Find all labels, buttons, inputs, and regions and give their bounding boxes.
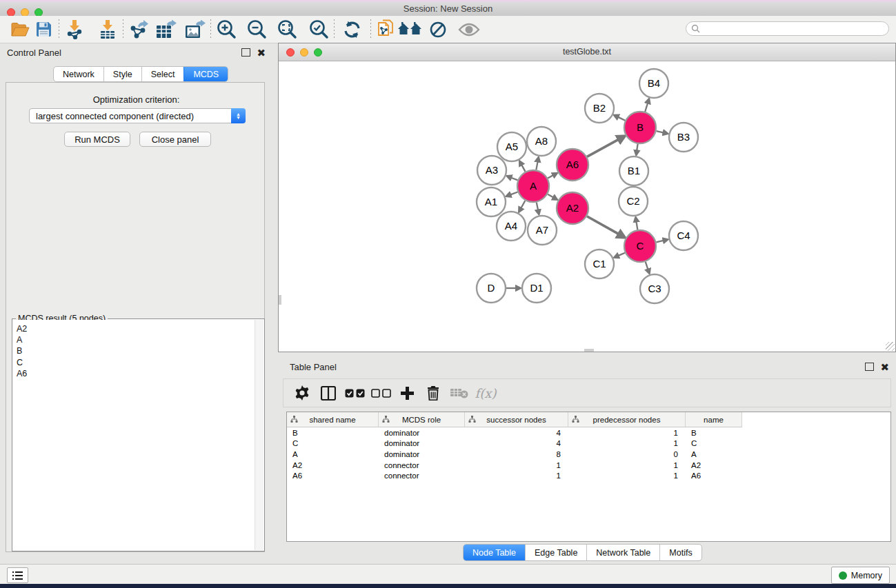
node-label-A6: A6 <box>566 159 579 170</box>
edge-A6-B[interactable] <box>587 139 619 156</box>
table-tab-edge-table[interactable]: Edge Table <box>525 545 586 560</box>
select-stepper-icon: ▲▼ <box>231 108 246 123</box>
table-tab-node-table[interactable]: Node Table <box>464 545 525 560</box>
settings-gear-icon[interactable] <box>289 381 315 405</box>
selected-option: largest connected component (directed) <box>30 111 231 121</box>
close-table-panel-icon[interactable]: ✖ <box>880 363 889 371</box>
network-window-titlebar[interactable]: testGlobe.txt <box>279 43 895 61</box>
edge-B-B2[interactable] <box>618 117 625 121</box>
mcds-result-list[interactable]: A2ABCA6 <box>13 320 255 550</box>
edge-B-B1[interactable] <box>637 144 637 150</box>
import-network-icon[interactable] <box>63 19 86 41</box>
result-item[interactable]: A6 <box>17 368 255 379</box>
column-header-shared-name[interactable]: shared name <box>287 412 379 427</box>
duplicate-network-icon[interactable] <box>375 19 398 41</box>
result-item[interactable]: A2 <box>17 323 255 334</box>
edge-A-A6[interactable] <box>548 175 553 178</box>
edge-A-A3[interactable] <box>511 178 518 181</box>
network-canvas[interactable]: B4B2BB3A5A8A6B1A3AC2A1A2A4A7C4CC1DD1C3 <box>279 61 895 352</box>
hide-graphics-icon[interactable] <box>427 19 450 41</box>
column-header-successor-nodes[interactable]: successor nodes <box>465 412 568 427</box>
network-window-controls <box>286 48 322 57</box>
edge-A2-C[interactable] <box>587 216 619 234</box>
toolbar-separator <box>334 19 335 40</box>
add-column-icon[interactable] <box>394 381 420 405</box>
edge-B-B4[interactable] <box>645 103 648 112</box>
save-session-icon[interactable] <box>32 19 55 41</box>
edge-C-C3[interactable] <box>646 262 648 270</box>
table-tab-network-table[interactable]: Network Table <box>586 545 659 560</box>
refresh-icon[interactable] <box>341 19 364 41</box>
vscroll-stub[interactable] <box>584 349 594 352</box>
memory-button[interactable]: Memory <box>831 567 890 584</box>
status-bar: Memory <box>0 564 896 585</box>
hscroll-stub[interactable] <box>279 295 281 305</box>
column-view-icon[interactable] <box>315 381 341 405</box>
cell-successor-nodes: 1 <box>465 461 568 469</box>
edge-A-A4[interactable] <box>521 201 526 208</box>
resize-grip-icon[interactable] <box>886 342 895 351</box>
delete-icon[interactable] <box>420 381 446 405</box>
result-item[interactable]: C <box>17 357 255 368</box>
tab-mcds[interactable]: MCDS <box>183 67 228 81</box>
zoom-fit-icon[interactable] <box>275 19 299 41</box>
select-all-icon[interactable] <box>341 381 368 405</box>
memory-label: Memory <box>851 571 882 580</box>
table-row[interactable]: Adominator80A <box>287 449 890 460</box>
close-panel-icon[interactable]: ✖ <box>257 49 266 57</box>
result-scrollbar[interactable] <box>255 320 263 550</box>
node-label-A: A <box>530 180 537 192</box>
delete-table-icon[interactable] <box>446 381 472 405</box>
home-icon[interactable] <box>398 19 421 41</box>
edge-A-A1[interactable] <box>510 192 517 194</box>
close-panel-button[interactable]: Close panel <box>139 132 211 147</box>
optimization-criterion-select[interactable]: largest connected component (directed) ▲… <box>29 108 246 123</box>
table-tab-motifs[interactable]: Motifs <box>659 545 701 560</box>
panel-list-button[interactable] <box>7 567 28 583</box>
table-row[interactable]: Cdominator41C <box>287 438 890 449</box>
table-row[interactable]: Bdominator41B <box>287 427 890 438</box>
cell-predecessor-nodes: 1 <box>568 472 686 480</box>
zoom-in-icon[interactable] <box>215 19 238 41</box>
edge-B-B3[interactable] <box>656 131 663 132</box>
export-table-icon[interactable] <box>155 19 178 41</box>
minimize-network-button[interactable] <box>300 48 308 57</box>
cell-predecessor-nodes: 1 <box>568 439 686 447</box>
node-table[interactable]: shared nameMCDS rolesuccessor nodesprede… <box>286 412 891 542</box>
deselect-all-icon[interactable] <box>368 381 394 405</box>
cell-name: B <box>686 429 742 437</box>
tab-network[interactable]: Network <box>54 67 103 81</box>
edge-C-C2[interactable] <box>637 222 638 230</box>
tab-select[interactable]: Select <box>141 67 184 81</box>
run-mcds-button[interactable]: Run MCDS <box>64 132 130 147</box>
result-item[interactable]: A <box>17 334 255 345</box>
edge-A-A7[interactable] <box>537 203 538 210</box>
table-row[interactable]: A6connector11A6 <box>287 470 890 481</box>
edge-A-A2[interactable] <box>548 194 553 198</box>
column-header-predecessor-nodes[interactable]: predecessor nodes <box>568 412 686 427</box>
edge-C-C4[interactable] <box>656 241 663 242</box>
export-image-icon[interactable] <box>183 19 207 41</box>
column-header-MCDS-role[interactable]: MCDS role <box>379 412 465 427</box>
table-row[interactable]: A2connector11A2 <box>287 460 890 471</box>
toolbar-separator <box>123 19 123 40</box>
cell-predecessor-nodes: 1 <box>568 461 686 469</box>
close-network-button[interactable] <box>286 48 295 57</box>
zoom-network-button[interactable] <box>314 48 322 57</box>
float-panel-icon[interactable] <box>241 48 250 57</box>
edge-C-C1[interactable] <box>619 253 626 256</box>
zoom-selected-icon[interactable] <box>307 19 330 41</box>
zoom-out-icon[interactable] <box>245 19 268 41</box>
export-network-icon[interactable] <box>127 19 150 41</box>
node-label-B: B <box>637 121 644 133</box>
float-table-panel-icon[interactable] <box>865 363 874 371</box>
edge-A-A8[interactable] <box>536 162 537 170</box>
import-table-icon[interactable] <box>96 19 119 41</box>
result-item[interactable]: B <box>17 345 255 356</box>
search-input[interactable] <box>686 21 889 36</box>
column-header-name[interactable]: name <box>686 412 742 427</box>
show-graphics-icon[interactable] <box>457 19 481 41</box>
tab-style[interactable]: Style <box>103 67 141 81</box>
open-file-icon[interactable] <box>8 19 32 41</box>
edge-A-A5[interactable] <box>521 165 525 172</box>
